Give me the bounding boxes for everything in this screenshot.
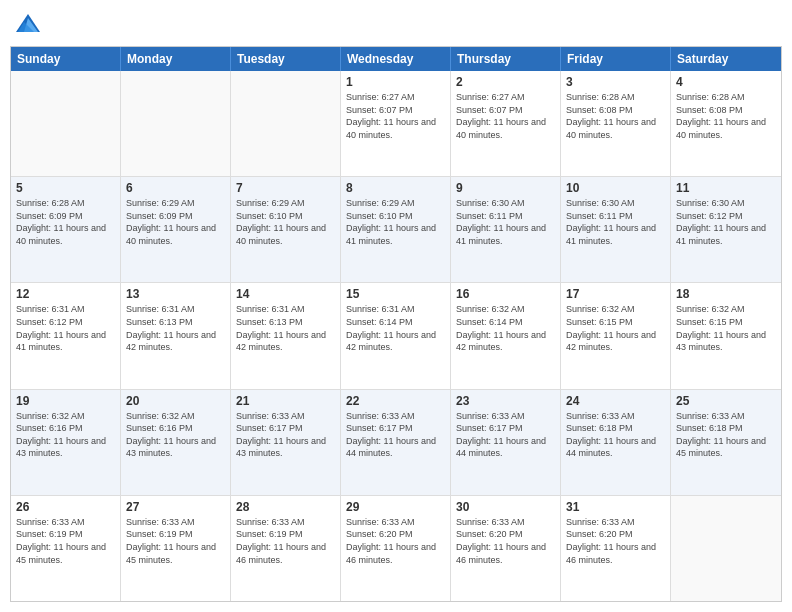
day-number: 22 [346,394,445,408]
day-number: 27 [126,500,225,514]
week-row-4: 19Sunrise: 6:32 AM Sunset: 6:16 PM Dayli… [11,390,781,496]
day-number: 26 [16,500,115,514]
day-info: Sunrise: 6:33 AM Sunset: 6:17 PM Dayligh… [236,410,335,460]
day-info: Sunrise: 6:32 AM Sunset: 6:15 PM Dayligh… [676,303,776,353]
day-cell-25: 25Sunrise: 6:33 AM Sunset: 6:18 PM Dayli… [671,390,781,495]
day-info: Sunrise: 6:31 AM Sunset: 6:13 PM Dayligh… [126,303,225,353]
day-number: 3 [566,75,665,89]
day-cell-6: 6Sunrise: 6:29 AM Sunset: 6:09 PM Daylig… [121,177,231,282]
day-info: Sunrise: 6:28 AM Sunset: 6:08 PM Dayligh… [566,91,665,141]
day-cell-23: 23Sunrise: 6:33 AM Sunset: 6:17 PM Dayli… [451,390,561,495]
day-cell-13: 13Sunrise: 6:31 AM Sunset: 6:13 PM Dayli… [121,283,231,388]
day-number: 14 [236,287,335,301]
day-info: Sunrise: 6:33 AM Sunset: 6:20 PM Dayligh… [456,516,555,566]
day-number: 5 [16,181,115,195]
day-number: 1 [346,75,445,89]
day-info: Sunrise: 6:30 AM Sunset: 6:11 PM Dayligh… [456,197,555,247]
day-cell-22: 22Sunrise: 6:33 AM Sunset: 6:17 PM Dayli… [341,390,451,495]
day-info: Sunrise: 6:33 AM Sunset: 6:19 PM Dayligh… [236,516,335,566]
day-number: 28 [236,500,335,514]
calendar-header: SundayMondayTuesdayWednesdayThursdayFrid… [11,47,781,71]
day-cell-12: 12Sunrise: 6:31 AM Sunset: 6:12 PM Dayli… [11,283,121,388]
day-number: 6 [126,181,225,195]
day-cell-20: 20Sunrise: 6:32 AM Sunset: 6:16 PM Dayli… [121,390,231,495]
day-cell-28: 28Sunrise: 6:33 AM Sunset: 6:19 PM Dayli… [231,496,341,601]
page: SundayMondayTuesdayWednesdayThursdayFrid… [0,0,792,612]
day-number: 4 [676,75,776,89]
day-number: 12 [16,287,115,301]
logo-icon [14,10,42,38]
day-info: Sunrise: 6:27 AM Sunset: 6:07 PM Dayligh… [456,91,555,141]
day-info: Sunrise: 6:32 AM Sunset: 6:16 PM Dayligh… [126,410,225,460]
day-number: 23 [456,394,555,408]
day-number: 31 [566,500,665,514]
day-info: Sunrise: 6:32 AM Sunset: 6:14 PM Dayligh… [456,303,555,353]
day-number: 21 [236,394,335,408]
empty-cell [121,71,231,176]
empty-cell [671,496,781,601]
day-cell-21: 21Sunrise: 6:33 AM Sunset: 6:17 PM Dayli… [231,390,341,495]
day-number: 11 [676,181,776,195]
day-number: 15 [346,287,445,301]
day-cell-26: 26Sunrise: 6:33 AM Sunset: 6:19 PM Dayli… [11,496,121,601]
day-info: Sunrise: 6:29 AM Sunset: 6:10 PM Dayligh… [346,197,445,247]
day-number: 18 [676,287,776,301]
day-number: 25 [676,394,776,408]
week-row-5: 26Sunrise: 6:33 AM Sunset: 6:19 PM Dayli… [11,496,781,601]
day-number: 7 [236,181,335,195]
day-info: Sunrise: 6:31 AM Sunset: 6:13 PM Dayligh… [236,303,335,353]
header-day-sunday: Sunday [11,47,121,71]
day-cell-8: 8Sunrise: 6:29 AM Sunset: 6:10 PM Daylig… [341,177,451,282]
day-cell-29: 29Sunrise: 6:33 AM Sunset: 6:20 PM Dayli… [341,496,451,601]
header [10,10,782,38]
day-number: 20 [126,394,225,408]
header-day-wednesday: Wednesday [341,47,451,71]
day-info: Sunrise: 6:33 AM Sunset: 6:20 PM Dayligh… [566,516,665,566]
day-info: Sunrise: 6:33 AM Sunset: 6:17 PM Dayligh… [346,410,445,460]
day-number: 29 [346,500,445,514]
day-info: Sunrise: 6:33 AM Sunset: 6:18 PM Dayligh… [676,410,776,460]
day-cell-17: 17Sunrise: 6:32 AM Sunset: 6:15 PM Dayli… [561,283,671,388]
day-info: Sunrise: 6:30 AM Sunset: 6:12 PM Dayligh… [676,197,776,247]
day-info: Sunrise: 6:31 AM Sunset: 6:12 PM Dayligh… [16,303,115,353]
logo [14,10,46,38]
day-number: 17 [566,287,665,301]
day-cell-4: 4Sunrise: 6:28 AM Sunset: 6:08 PM Daylig… [671,71,781,176]
day-info: Sunrise: 6:32 AM Sunset: 6:16 PM Dayligh… [16,410,115,460]
day-number: 10 [566,181,665,195]
day-cell-30: 30Sunrise: 6:33 AM Sunset: 6:20 PM Dayli… [451,496,561,601]
day-number: 19 [16,394,115,408]
day-info: Sunrise: 6:33 AM Sunset: 6:18 PM Dayligh… [566,410,665,460]
day-info: Sunrise: 6:28 AM Sunset: 6:09 PM Dayligh… [16,197,115,247]
day-number: 30 [456,500,555,514]
day-info: Sunrise: 6:29 AM Sunset: 6:09 PM Dayligh… [126,197,225,247]
header-day-tuesday: Tuesday [231,47,341,71]
day-cell-16: 16Sunrise: 6:32 AM Sunset: 6:14 PM Dayli… [451,283,561,388]
day-info: Sunrise: 6:31 AM Sunset: 6:14 PM Dayligh… [346,303,445,353]
empty-cell [11,71,121,176]
day-number: 8 [346,181,445,195]
day-cell-7: 7Sunrise: 6:29 AM Sunset: 6:10 PM Daylig… [231,177,341,282]
calendar-body: 1Sunrise: 6:27 AM Sunset: 6:07 PM Daylig… [11,71,781,601]
day-cell-14: 14Sunrise: 6:31 AM Sunset: 6:13 PM Dayli… [231,283,341,388]
header-day-friday: Friday [561,47,671,71]
day-info: Sunrise: 6:33 AM Sunset: 6:19 PM Dayligh… [16,516,115,566]
day-info: Sunrise: 6:32 AM Sunset: 6:15 PM Dayligh… [566,303,665,353]
day-info: Sunrise: 6:28 AM Sunset: 6:08 PM Dayligh… [676,91,776,141]
day-number: 2 [456,75,555,89]
day-cell-10: 10Sunrise: 6:30 AM Sunset: 6:11 PM Dayli… [561,177,671,282]
calendar: SundayMondayTuesdayWednesdayThursdayFrid… [10,46,782,602]
header-day-saturday: Saturday [671,47,781,71]
day-cell-3: 3Sunrise: 6:28 AM Sunset: 6:08 PM Daylig… [561,71,671,176]
day-cell-15: 15Sunrise: 6:31 AM Sunset: 6:14 PM Dayli… [341,283,451,388]
day-info: Sunrise: 6:33 AM Sunset: 6:19 PM Dayligh… [126,516,225,566]
day-cell-1: 1Sunrise: 6:27 AM Sunset: 6:07 PM Daylig… [341,71,451,176]
day-number: 9 [456,181,555,195]
day-cell-18: 18Sunrise: 6:32 AM Sunset: 6:15 PM Dayli… [671,283,781,388]
empty-cell [231,71,341,176]
header-day-thursday: Thursday [451,47,561,71]
week-row-2: 5Sunrise: 6:28 AM Sunset: 6:09 PM Daylig… [11,177,781,283]
day-cell-11: 11Sunrise: 6:30 AM Sunset: 6:12 PM Dayli… [671,177,781,282]
week-row-3: 12Sunrise: 6:31 AM Sunset: 6:12 PM Dayli… [11,283,781,389]
day-info: Sunrise: 6:33 AM Sunset: 6:20 PM Dayligh… [346,516,445,566]
